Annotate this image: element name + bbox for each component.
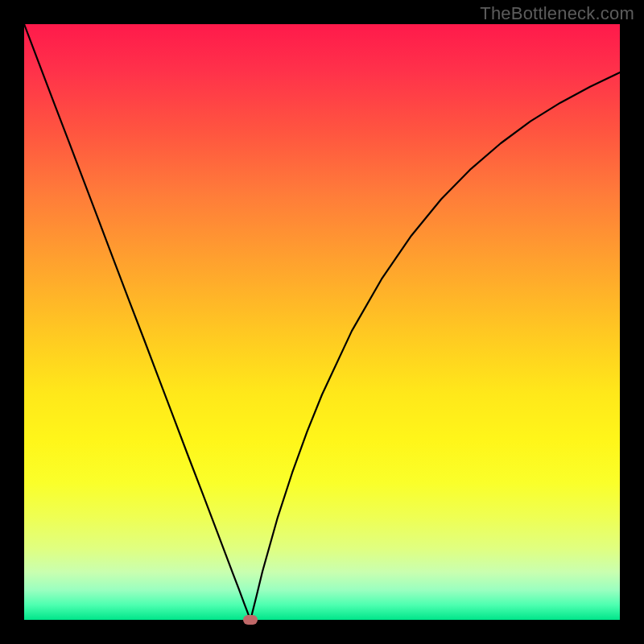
optimal-point-marker	[243, 615, 258, 625]
watermark-text: TheBottleneck.com	[480, 3, 634, 24]
bottleneck-curve-line	[24, 24, 620, 620]
chart-plot-area	[24, 24, 620, 620]
